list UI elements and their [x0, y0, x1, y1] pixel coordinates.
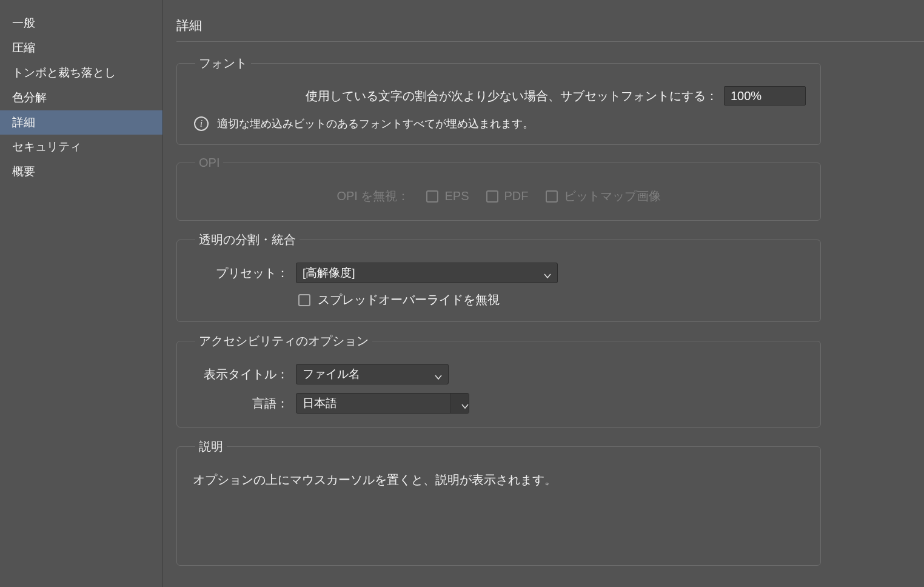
description-legend: 説明 [195, 438, 227, 455]
opi-legend: OPI [195, 156, 223, 170]
preset-select[interactable]: [高解像度] [296, 263, 558, 283]
info-icon: i [194, 116, 209, 131]
display-title-select[interactable]: ファイル名 [296, 364, 449, 384]
page-title: 詳細 [176, 17, 924, 34]
opi-group: OPI OPI を無視： EPS PDF ビットマップ画像 [176, 156, 821, 221]
display-title-value: ファイル名 [303, 366, 360, 382]
description-group: 説明 オプションの上にマウスカーソルを置くと、説明が表示されます。 [176, 438, 821, 566]
subset-fonts-input[interactable] [724, 86, 806, 106]
accessibility-group: アクセシビリティのオプション 表示タイトル： ファイル名 言語： 日本語 [176, 333, 821, 428]
fonts-group: フォント 使用している文字の割合が次より少ない場合、サブセットフォントにする： … [176, 55, 821, 145]
opi-bitmap-checkbox [546, 190, 558, 203]
opi-pdf-checkbox [486, 190, 498, 203]
subset-fonts-label: 使用している文字の割合が次より少ない場合、サブセットフォントにする： [306, 88, 718, 104]
main-panel: 詳細 フォント 使用している文字の割合が次より少ない場合、サブセットフォントにす… [163, 0, 924, 587]
chevron-down-icon [461, 400, 469, 407]
sidebar-item-security[interactable]: セキュリティ [0, 135, 162, 159]
sidebar: 一般 圧縮 トンボと裁ち落とし 色分解 詳細 セキュリティ 概要 [0, 0, 163, 587]
ignore-spread-override-checkbox[interactable] [298, 294, 310, 306]
preset-label: プリセット： [192, 265, 289, 281]
chevron-down-icon [544, 269, 551, 277]
opi-bitmap-label: ビットマップ画像 [564, 188, 661, 204]
chevron-down-icon [435, 371, 442, 378]
accessibility-legend: アクセシビリティのオプション [195, 333, 372, 349]
language-dropdown-button[interactable] [450, 394, 469, 413]
description-text: オプションの上にマウスカーソルを置くと、説明が表示されます。 [192, 469, 806, 488]
preset-value: [高解像度] [303, 265, 355, 281]
sidebar-item-compression[interactable]: 圧縮 [0, 36, 162, 61]
language-select[interactable]: 日本語 [296, 393, 469, 414]
flattener-group: 透明の分割・統合 プリセット： [高解像度] スプレッドオーバーライドを無視 [176, 232, 821, 322]
fonts-legend: フォント [195, 55, 251, 72]
fonts-info-text: 適切な埋め込みビットのあるフォントすべてが埋め込まれます。 [217, 116, 534, 131]
opi-eps-label: EPS [444, 189, 469, 203]
sidebar-item-advanced[interactable]: 詳細 [0, 110, 162, 135]
opi-ignore-label: OPI を無視： [336, 188, 409, 204]
opi-pdf-label: PDF [504, 189, 529, 203]
sidebar-item-output[interactable]: 色分解 [0, 86, 162, 110]
opi-eps-checkbox [426, 190, 438, 203]
ignore-spread-override-label: スプレッドオーバーライドを無視 [318, 292, 500, 308]
sidebar-item-general[interactable]: 一般 [0, 11, 162, 36]
language-label: 言語： [192, 395, 289, 412]
language-value: 日本語 [303, 395, 450, 411]
display-title-label: 表示タイトル： [192, 366, 289, 383]
flattener-legend: 透明の分割・統合 [195, 232, 300, 248]
sidebar-item-summary[interactable]: 概要 [0, 159, 162, 184]
sidebar-item-marks-and-bleeds[interactable]: トンボと裁ち落とし [0, 61, 162, 86]
title-divider [176, 41, 924, 42]
